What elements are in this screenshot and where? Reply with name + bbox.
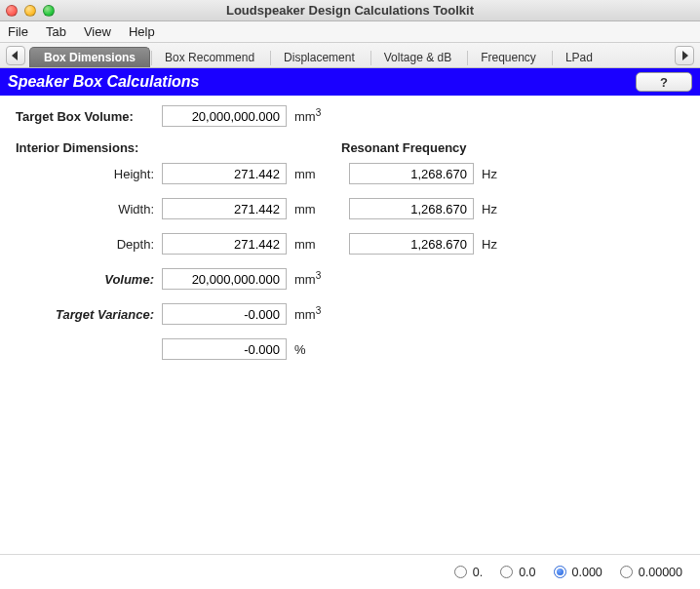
tab-box-dimensions[interactable]: Box Dimensions bbox=[29, 47, 150, 67]
input-target-box-volume[interactable] bbox=[162, 105, 287, 127]
radio-icon bbox=[620, 566, 633, 578]
precision-radio-group: 0. 0.0 0.000 0.00000 bbox=[454, 566, 682, 579]
precision-option-2[interactable]: 0.000 bbox=[554, 566, 603, 579]
tab-lpad[interactable]: LPad bbox=[551, 47, 607, 67]
unit-hz-width: Hz bbox=[482, 202, 519, 216]
unit-hz-height: Hz bbox=[482, 167, 519, 181]
content-area: Speaker Box Calculations ? Target Box Vo… bbox=[0, 68, 700, 589]
help-button[interactable]: ? bbox=[636, 72, 692, 92]
precision-label-1: 0.0 bbox=[519, 566, 535, 579]
minimize-icon[interactable] bbox=[24, 5, 36, 17]
menu-view[interactable]: View bbox=[84, 24, 111, 39]
unit-mm-height: mm bbox=[294, 167, 331, 181]
label-target-variance: Target Variance: bbox=[16, 307, 162, 322]
zoom-icon[interactable] bbox=[43, 5, 55, 17]
label-target-box-volume: Target Box Volume: bbox=[16, 109, 162, 124]
unit-mm3-volume: mm3 bbox=[294, 270, 331, 287]
section-header: Speaker Box Calculations ? bbox=[0, 68, 700, 96]
unit-mm-width: mm bbox=[294, 202, 331, 216]
form-area: Target Box Volume: mm3 Interior Dimensio… bbox=[0, 96, 700, 379]
unit-mm3: mm3 bbox=[294, 107, 331, 124]
label-resonant-frequency: Resonant Frequency bbox=[341, 140, 467, 155]
precision-option-1[interactable]: 0.0 bbox=[500, 566, 535, 579]
precision-option-3[interactable]: 0.00000 bbox=[620, 566, 682, 579]
section-title: Speaker Box Calculations bbox=[8, 73, 200, 91]
input-target-variance[interactable] bbox=[162, 303, 287, 325]
label-interior-dimensions: Interior Dimensions: bbox=[16, 140, 341, 155]
radio-icon bbox=[554, 566, 566, 578]
precision-bar: 0. 0.0 0.000 0.00000 bbox=[0, 554, 700, 589]
menu-tab[interactable]: Tab bbox=[46, 24, 66, 39]
unit-pct: % bbox=[294, 342, 331, 357]
label-volume: Volume: bbox=[16, 272, 162, 287]
input-width[interactable] bbox=[162, 198, 287, 219]
input-depth[interactable] bbox=[162, 233, 287, 255]
unit-mm-depth: mm bbox=[294, 237, 331, 252]
tab-box-recommend[interactable]: Box Recommend bbox=[150, 47, 269, 67]
tab-scroll-left[interactable] bbox=[6, 46, 25, 65]
menu-file[interactable]: File bbox=[8, 24, 28, 39]
precision-label-3: 0.00000 bbox=[639, 566, 682, 579]
close-icon[interactable] bbox=[6, 5, 18, 17]
precision-option-0[interactable]: 0. bbox=[454, 566, 483, 579]
window-titlebar: Loudspeaker Design Calculations Toolkit bbox=[0, 0, 700, 21]
tab-frequency[interactable]: Frequency bbox=[466, 47, 551, 67]
input-freq-width[interactable] bbox=[349, 198, 474, 219]
precision-label-2: 0.000 bbox=[572, 566, 603, 579]
tab-voltage-db[interactable]: Voltage & dB bbox=[369, 47, 466, 67]
menubar: File Tab View Help bbox=[0, 21, 700, 43]
tabstrip: Box Dimensions Box Recommend Displacemen… bbox=[0, 43, 700, 68]
input-volume[interactable] bbox=[162, 268, 287, 290]
radio-icon bbox=[454, 566, 467, 578]
input-target-variance-pct[interactable] bbox=[162, 338, 287, 360]
unit-hz-depth: Hz bbox=[482, 237, 519, 252]
chevron-left-icon bbox=[12, 51, 19, 60]
tab-scroll-right[interactable] bbox=[675, 46, 694, 65]
label-depth: Depth: bbox=[16, 237, 162, 252]
input-height[interactable] bbox=[162, 163, 287, 184]
label-width: Width: bbox=[16, 202, 162, 216]
window-title: Loudspeaker Design Calculations Toolkit bbox=[0, 3, 700, 18]
menu-help[interactable]: Help bbox=[129, 24, 155, 39]
unit-mm3-variance: mm3 bbox=[294, 305, 331, 322]
precision-label-0: 0. bbox=[473, 566, 483, 579]
window-controls bbox=[6, 5, 55, 17]
radio-icon bbox=[500, 566, 513, 578]
tab-displacement[interactable]: Displacement bbox=[269, 47, 369, 67]
input-freq-depth[interactable] bbox=[349, 233, 474, 255]
label-height: Height: bbox=[16, 167, 162, 181]
input-freq-height[interactable] bbox=[349, 163, 474, 184]
chevron-right-icon bbox=[681, 51, 688, 60]
